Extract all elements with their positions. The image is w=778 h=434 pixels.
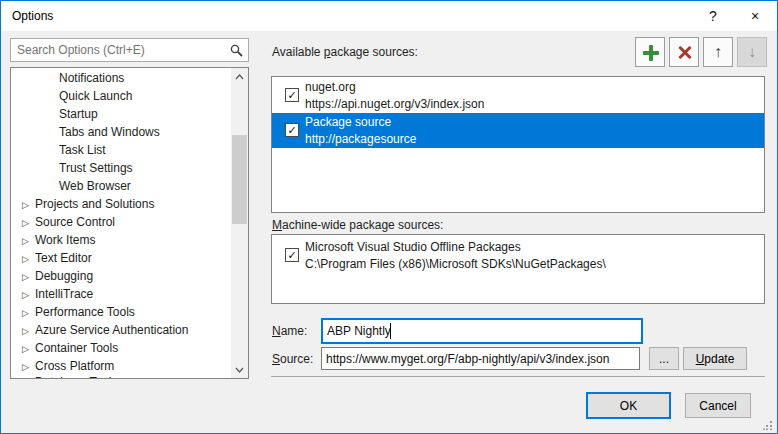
chevron-right-icon[interactable]: ▷ — [22, 322, 35, 340]
list-item-nuget-org[interactable]: ✓ nuget.org https://api.nuget.org/v3/ind… — [272, 78, 764, 113]
available-sources-list: ✓ nuget.org https://api.nuget.org/v3/ind… — [271, 76, 765, 213]
checkbox-checked[interactable]: ✓ — [285, 88, 299, 102]
tree-item-web-browser[interactable]: Web Browser — [11, 177, 231, 195]
list-item-vs-offline-packages[interactable]: ✓ Microsoft Visual Studio Offline Packag… — [272, 238, 764, 273]
machine-sources-list: ✓ Microsoft Visual Studio Offline Packag… — [271, 234, 765, 304]
checkbox-checked[interactable]: ✓ — [285, 123, 299, 137]
tree-item-projects-and-solutions[interactable]: ▷Projects and Solutions — [11, 195, 231, 213]
tree-item-intellitrace[interactable]: ▷IntelliTrace — [11, 285, 231, 303]
machine-sources-label: Machine-wide package sources: — [272, 218, 443, 232]
source-label: Source: — [272, 352, 313, 366]
text-caret — [390, 323, 391, 339]
source-input[interactable] — [321, 347, 640, 370]
update-button[interactable]: Update — [683, 347, 747, 370]
tree-item-trust-settings[interactable]: Trust Settings — [11, 159, 231, 177]
tree-item-startup[interactable]: Startup — [11, 105, 231, 123]
move-up-button[interactable]: ↑ — [703, 37, 733, 67]
chevron-right-icon[interactable]: ▷ — [22, 250, 35, 268]
tree-item-task-list[interactable]: Task List — [11, 141, 231, 159]
tree-item-text-editor[interactable]: ▷Text Editor — [11, 249, 231, 267]
tree-item-container-tools[interactable]: ▷Container Tools — [11, 339, 231, 357]
magnifier-icon — [230, 44, 243, 57]
name-label: Name: — [272, 324, 307, 338]
tree-item-database-tools[interactable]: ▷Database Tools — [11, 373, 231, 379]
options-dialog: Options ? × Notifications Quick Launch S… — [0, 0, 778, 434]
ok-button[interactable]: OK — [586, 392, 671, 419]
help-icon: ? — [709, 8, 717, 24]
scroll-down-button[interactable] — [231, 361, 248, 378]
browse-button[interactable]: ... — [649, 347, 679, 370]
close-button[interactable]: × — [738, 1, 772, 31]
chevron-right-icon[interactable]: ▷ — [22, 196, 35, 214]
tree-item-azure-service-authentication[interactable]: ▷Azure Service Authentication — [11, 321, 231, 339]
name-input[interactable] — [321, 318, 643, 344]
tree-item-tabs-and-windows[interactable]: Tabs and Windows — [11, 123, 231, 141]
list-item-package-source[interactable]: ✓ Package source http://packagesource — [272, 113, 764, 148]
checkbox-checked[interactable]: ✓ — [285, 248, 299, 262]
add-source-button[interactable] — [635, 37, 665, 67]
tree-item-work-items[interactable]: ▷Work Items — [11, 231, 231, 249]
chevron-down-icon — [235, 367, 244, 373]
scrollbar-thumb[interactable] — [232, 135, 247, 224]
chevron-right-icon[interactable]: ▷ — [22, 268, 35, 286]
chevron-up-icon — [235, 74, 244, 80]
tree-scrollbar[interactable] — [231, 68, 248, 378]
tree-item-source-control[interactable]: ▷Source Control — [11, 213, 231, 231]
window-title: Options — [12, 1, 53, 31]
remove-source-button[interactable] — [669, 37, 699, 67]
tree-item-performance-tools[interactable]: ▷Performance Tools — [11, 303, 231, 321]
cancel-button[interactable]: Cancel — [685, 393, 751, 418]
tree-item-debugging[interactable]: ▷Debugging — [11, 267, 231, 285]
options-tree: Notifications Quick Launch Startup Tabs … — [10, 67, 249, 379]
scroll-up-button[interactable] — [231, 68, 248, 85]
tree-item-quick-launch[interactable]: Quick Launch — [11, 87, 231, 105]
chevron-right-icon[interactable]: ▷ — [22, 304, 35, 322]
chevron-right-icon[interactable]: ▷ — [22, 214, 35, 232]
help-button[interactable]: ? — [696, 1, 730, 31]
footer-separator — [271, 376, 765, 377]
chevron-right-icon[interactable]: ▷ — [22, 374, 35, 379]
search-input[interactable] — [10, 38, 249, 62]
chevron-right-icon[interactable]: ▷ — [22, 340, 35, 358]
resize-grip-icon[interactable] — [763, 420, 773, 430]
move-down-button[interactable]: ↓ — [737, 37, 767, 67]
chevron-right-icon[interactable]: ▷ — [22, 232, 35, 250]
close-icon: × — [751, 8, 759, 24]
titlebar: Options ? × — [1, 1, 777, 31]
available-sources-label: Available package sources: — [272, 45, 418, 59]
tree-item-notifications[interactable]: Notifications — [11, 69, 231, 87]
arrow-up-icon: ↑ — [704, 38, 732, 66]
chevron-right-icon[interactable]: ▷ — [22, 286, 35, 304]
arrow-down-icon: ↓ — [738, 38, 766, 66]
